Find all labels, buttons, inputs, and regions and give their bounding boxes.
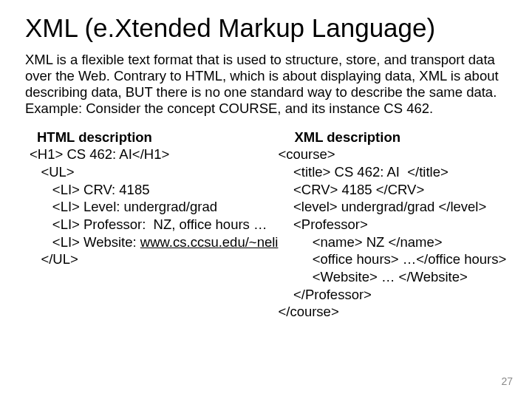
website-link[interactable]: www.cs.ccsu.edu/~neli bbox=[140, 234, 279, 250]
code-line: <LI> Website: www.cs.ccsu.edu/~neli bbox=[30, 233, 278, 251]
code-line: <level> undergrad/grad </level> bbox=[278, 198, 507, 216]
html-code-block: <H1> CS 462: AI</H1> <UL> <LI> CRV: 4185… bbox=[30, 146, 278, 268]
slide: XML (e.Xtended Markup Language) XML is a… bbox=[0, 0, 532, 399]
code-line: <LI> CRV: 4185 bbox=[30, 181, 278, 199]
html-description-column: HTML description <H1> CS 462: AI</H1> <U… bbox=[25, 129, 278, 321]
code-line: <name> NZ </name> bbox=[278, 233, 507, 251]
page-number: 27 bbox=[501, 375, 513, 387]
xml-description-column: XML description <course> <title> CS 462:… bbox=[278, 129, 507, 321]
code-line: <title> CS 462: AI </title> bbox=[278, 163, 507, 181]
code-line: <Website> … </Website> bbox=[278, 268, 507, 286]
intro-paragraph: XML is a flexible text format that is us… bbox=[25, 52, 507, 116]
code-line: <Professor> bbox=[278, 216, 507, 233]
code-line: </course> bbox=[278, 303, 507, 321]
code-text: <LI> Website: bbox=[30, 234, 140, 250]
code-line: <CRV> 4185 </CRV> bbox=[278, 181, 507, 199]
code-line: </Professor> bbox=[278, 286, 507, 304]
xml-column-header: XML description bbox=[294, 129, 507, 146]
two-column-layout: HTML description <H1> CS 462: AI</H1> <U… bbox=[25, 129, 507, 321]
code-line: <H1> CS 462: AI</H1> bbox=[30, 146, 278, 163]
code-line: <course> bbox=[278, 146, 507, 163]
code-line: <LI> Professor: NZ, office hours … bbox=[30, 216, 278, 233]
code-line: <UL> bbox=[30, 163, 278, 181]
html-column-header: HTML description bbox=[37, 129, 278, 146]
xml-code-block: <course> <title> CS 462: AI </title> <CR… bbox=[278, 146, 507, 321]
code-line: <office hours> …</office hours> bbox=[278, 250, 507, 268]
slide-title: XML (e.Xtended Markup Language) bbox=[25, 13, 507, 43]
code-line: </UL> bbox=[30, 250, 278, 268]
code-line: <LI> Level: undergrad/grad bbox=[30, 198, 278, 216]
